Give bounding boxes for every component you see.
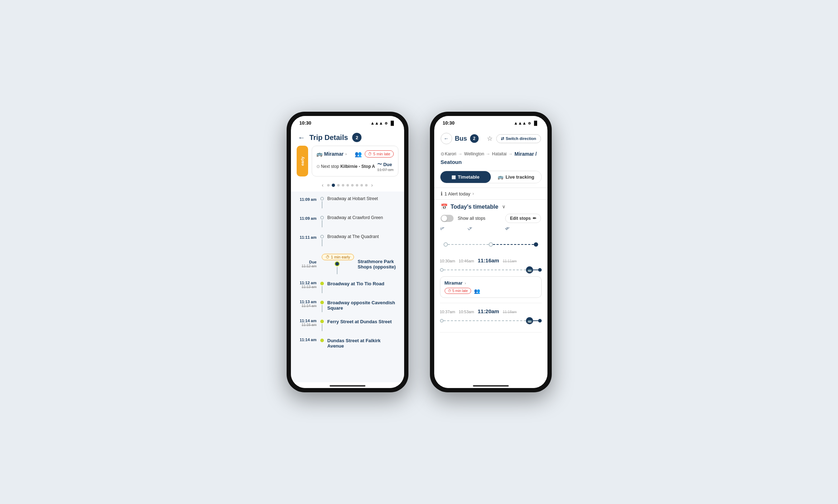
dot-4[interactable] bbox=[346, 184, 349, 186]
stop-dot-active[interactable] bbox=[534, 242, 538, 247]
dot-5[interactable] bbox=[351, 184, 354, 186]
early-card: early bbox=[297, 146, 308, 176]
stop-label: Karori - Allington Road bbox=[441, 227, 466, 231]
status-icons-left: ▲▲▲ ⌾ ▐▌ bbox=[370, 121, 396, 126]
stop-time: 11:09 am bbox=[300, 216, 316, 220]
departure-rows: 10:30am 10:46am 11:16am 11:11am 🚌 bbox=[434, 252, 547, 382]
bus-header: ← Bus 2 ☆ ⇄ Switch direction bbox=[434, 128, 547, 148]
tab-live-tracking[interactable]: 🚌 Live tracking bbox=[491, 171, 541, 183]
departure-times: 10:37am 10:53am 11:20am 11:18am bbox=[440, 308, 542, 314]
breadcrumb-item: Hataitai bbox=[492, 151, 507, 158]
departure-service-card[interactable]: Miramar › ⏱ 5 min late 👥 bbox=[440, 276, 542, 298]
occupancy-icon: 👥 bbox=[355, 151, 362, 158]
clock-icon: ⏱ bbox=[326, 255, 330, 259]
stop-dot-active bbox=[335, 261, 340, 266]
dot-7[interactable] bbox=[360, 184, 363, 186]
left-phone: 10:30 ▲▲▲ ⌾ ▐▌ ← Trip Details 2 early bbox=[287, 112, 408, 392]
status-bar-right: 10:30 ▲▲▲ ⌾ ▐▌ bbox=[434, 116, 547, 128]
dep-time-2: 10:46am bbox=[459, 259, 474, 263]
dep-time-main: 11:16am bbox=[478, 257, 499, 263]
show-all-stops-label: Show all stops bbox=[458, 216, 485, 221]
location-icon: ⊙ bbox=[441, 151, 444, 158]
back-button[interactable]: ← bbox=[441, 133, 452, 144]
route-badge: 2 bbox=[470, 134, 479, 143]
switch-direction-button[interactable]: ⇄ Switch direction bbox=[496, 134, 541, 143]
departure-times: 10:30am 10:46am 11:16am 11:11am bbox=[440, 257, 542, 263]
wave-icon: 〜 bbox=[377, 161, 382, 168]
dot-1[interactable] bbox=[332, 184, 335, 187]
stop-label: Lambton Quay North - Stop D bbox=[467, 227, 502, 231]
prev-arrow[interactable]: ‹ bbox=[320, 182, 325, 188]
dep-dot-start bbox=[440, 268, 444, 272]
bus-icon: 🚌 bbox=[316, 151, 322, 157]
info-icon: ℹ bbox=[441, 191, 442, 197]
home-bar bbox=[291, 382, 404, 388]
main-service-card[interactable]: 🚌 Miramar › 👥 ⏱ 5 min late bbox=[312, 146, 398, 176]
dot-0[interactable] bbox=[327, 184, 330, 186]
stop-time: 11:11 am bbox=[300, 235, 316, 239]
status-bar-left: 10:30 ▲▲▲ ⌾ ▐▌ bbox=[291, 116, 404, 128]
battery-icon: ▐▌ bbox=[389, 121, 395, 126]
stop-dot bbox=[320, 235, 324, 238]
show-all-stops-toggle[interactable] bbox=[441, 215, 454, 222]
next-stop: ⊙ Next stop Kilbirnie - Stop A bbox=[316, 164, 375, 169]
occupancy-icon: 👥 bbox=[474, 288, 480, 294]
dep-dot-start bbox=[440, 319, 444, 323]
chevron-down-icon[interactable]: ∨ bbox=[502, 204, 506, 209]
departure-track: 🚌 bbox=[440, 266, 542, 273]
list-item: 11:14 am Dundas Street at Falkirk Avenue bbox=[297, 335, 398, 352]
stop-dot[interactable] bbox=[489, 242, 493, 247]
alert-row[interactable]: ℹ 1 Alert today › bbox=[434, 188, 547, 200]
dep-dot-end bbox=[538, 268, 542, 272]
next-arrow[interactable]: › bbox=[370, 182, 374, 188]
stop-name-active: Strathmore Park Shops (opposite) bbox=[358, 258, 398, 270]
favorite-button[interactable]: ☆ bbox=[487, 135, 493, 142]
signal-icon: ▲▲▲ bbox=[370, 121, 383, 126]
stop-name: Ferry Street at Dundas Street bbox=[327, 319, 398, 324]
dot-3[interactable] bbox=[342, 184, 344, 186]
service-badges: ⏱ 5 min late 👥 bbox=[445, 288, 537, 294]
due-badge: 〜 Due 11:07 am bbox=[377, 161, 394, 172]
tab-timetable[interactable]: ▦ Timetable bbox=[440, 171, 491, 183]
dot-2[interactable] bbox=[337, 184, 340, 186]
signal-icon: ▲▲▲ bbox=[514, 121, 527, 126]
dot-6[interactable] bbox=[356, 184, 358, 186]
stop-dot[interactable] bbox=[444, 242, 448, 247]
stop-dot bbox=[320, 320, 324, 323]
page-title: Trip Details bbox=[310, 134, 348, 142]
breadcrumb-destination: Seatoun bbox=[441, 158, 541, 166]
stop-name: Broadway at Tio Tio Road bbox=[327, 281, 398, 286]
timetable-controls: Show all stops Edit stops ✏ bbox=[441, 214, 541, 223]
dep-time-main: 11:20am bbox=[478, 308, 499, 314]
time-left: 10:30 bbox=[300, 120, 311, 126]
list-item: 11:12 am 11:13 am Broadway at Tio Tio Ro… bbox=[297, 278, 398, 297]
stop-name: Broadway at Crawford Green bbox=[327, 215, 398, 220]
stop-dot bbox=[320, 216, 324, 219]
trip-badge: 2 bbox=[352, 133, 361, 142]
wifi-icon: ⌾ bbox=[528, 121, 531, 126]
back-button[interactable]: ← bbox=[298, 134, 305, 142]
list-item: 11:09 am Broadway at Crawford Green bbox=[297, 212, 398, 231]
departure-track: 🚌 bbox=[440, 317, 542, 324]
list-item: 11:09 am Broadway at Hobart Street bbox=[297, 193, 398, 212]
switch-icon: ⇄ bbox=[501, 136, 504, 141]
dot-8[interactable] bbox=[365, 184, 368, 186]
dep-time-strike: 11:11am bbox=[503, 259, 517, 263]
stop-selector: Karori - Allington Road Lambton Quay Nor… bbox=[441, 227, 541, 250]
stop-name: Broadway at The Quadrant bbox=[327, 234, 398, 239]
dep-dot-bus: 🚌 bbox=[526, 266, 533, 273]
status-icons-right: ▲▲▲ ⌾ ▐▌ bbox=[514, 121, 539, 126]
route-name: 🚌 Miramar › bbox=[316, 151, 347, 157]
dep-dot-bus: 🚌 bbox=[526, 317, 533, 324]
list-item: 11:11 am Broadway at The Quadrant bbox=[297, 231, 398, 250]
stop-name: Broadway at Hobart Street bbox=[327, 196, 398, 201]
edit-stops-button[interactable]: Edit stops ✏ bbox=[505, 214, 541, 223]
stop-time: 11:09 am bbox=[300, 197, 316, 202]
stop-dot bbox=[320, 282, 324, 285]
battery-icon: ▐▌ bbox=[532, 121, 538, 126]
right-phone: 10:30 ▲▲▲ ⌾ ▐▌ ← Bus 2 ☆ ⇄ Switch d bbox=[430, 112, 552, 392]
trip-header: ← Trip Details 2 bbox=[291, 128, 404, 146]
breadcrumb-item-active: Miramar / bbox=[514, 150, 537, 158]
departure-row: 10:30am 10:46am 11:16am 11:11am 🚌 bbox=[440, 252, 542, 303]
clock-icon: ⏱ bbox=[448, 289, 451, 293]
